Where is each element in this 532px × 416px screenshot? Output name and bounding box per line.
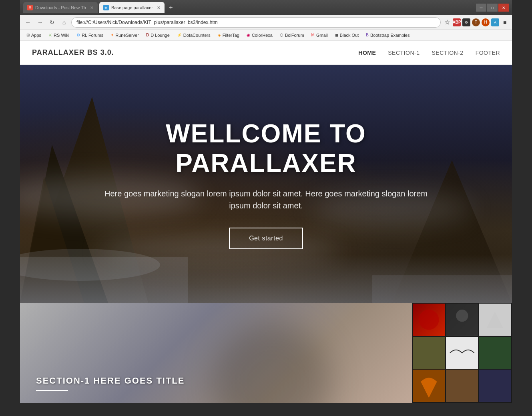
bookmark-label-bootstrap: Bootstrap Examples <box>370 33 410 38</box>
address-bar[interactable] <box>71 17 441 28</box>
ext-icon-2[interactable]: T <box>472 18 480 26</box>
tab-label-1: Downloads - Post New Th <box>35 5 86 10</box>
bookmark-icon-rlforums: ⚙ <box>76 33 80 37</box>
bookmark-apps[interactable]: ⊞ Apps <box>23 31 44 40</box>
bookmark-gmail[interactable]: M Gmail <box>308 31 331 40</box>
refresh-button[interactable]: ↻ <box>47 18 57 27</box>
hero-content: WELLCOME TO PARALLAXER Here goes marketi… <box>86 119 446 249</box>
minimize-button[interactable]: ─ <box>476 4 486 12</box>
title-bar: ✕ Downloads - Post New Th ✕ ◈ Base page … <box>20 0 512 15</box>
grid-cell-2 <box>446 304 478 336</box>
site-nav-links: HOME SECTION-1 SECTION-2 FOOTER <box>358 50 500 56</box>
bookmark-bootstrap[interactable]: B Bootstrap Examples <box>363 31 413 40</box>
fog-overlay <box>20 255 512 303</box>
nav-link-home[interactable]: HOME <box>358 50 376 56</box>
hero-section: WELLCOME TO PARALLAXER Here goes marketi… <box>20 65 512 303</box>
bookmark-star-icon[interactable]: ☆ <box>443 18 451 26</box>
bookmark-blackout[interactable]: ◼ Black Out <box>332 31 362 40</box>
grid-cell-5 <box>446 337 478 369</box>
section-1-image-grid <box>412 303 512 403</box>
grid-cell-1 <box>413 304 445 336</box>
bookmark-runeserver[interactable]: ✦ RuneServer <box>107 31 142 40</box>
site-navbar: PARALLAXER BS 3.0. HOME SECTION-1 SECTIO… <box>20 41 512 65</box>
grid-cell-4 <box>413 337 445 369</box>
window-controls: ─ □ ✕ <box>476 4 509 12</box>
new-tab-button[interactable]: + <box>166 3 176 12</box>
tab-base-page-parallaxer[interactable]: ◈ Base page parallaxer ✕ <box>99 2 165 13</box>
menu-icon[interactable]: ≡ <box>501 18 509 26</box>
adblock-icon[interactable]: ABP <box>453 18 461 26</box>
tab-downloads-post[interactable]: ✕ Downloads - Post New Th ✕ <box>23 2 98 13</box>
bookmark-icon-bolforum: ⬡ <box>280 33 283 37</box>
tab-close-1[interactable]: ✕ <box>90 5 94 10</box>
bookmark-bolforum[interactable]: ⬡ BolForum <box>277 31 307 40</box>
bookmark-label-dotacounters: DotaCounters <box>183 33 211 38</box>
bookmark-label-gmail: Gmail <box>316 33 328 38</box>
nav-link-section2[interactable]: SECTION-2 <box>432 50 463 56</box>
hero-title: WELLCOME TO PARALLAXER <box>102 119 430 178</box>
bookmarks-bar: ⊞ Apps ⚔ RS Wiki ⚙ RL Forums ✦ RuneServe… <box>20 30 512 41</box>
grid-cell-8 <box>446 370 478 402</box>
bookmark-rlforums[interactable]: ⚙ RL Forums <box>73 31 106 40</box>
bookmark-icon-apps: ⊞ <box>26 33 30 37</box>
tab-icon-1: ✕ <box>27 5 33 10</box>
section-1-left: SECTION-1 HERE GOES TITLE <box>20 303 412 403</box>
bookmark-label-filtertag: FilterTag <box>223 33 239 38</box>
bookmark-icon-dotacounters: ⚡ <box>177 33 182 37</box>
bookmark-label-blackout: Black Out <box>340 33 359 38</box>
bookmark-label-bolforum: BolForum <box>285 33 304 38</box>
svg-rect-16 <box>446 370 478 402</box>
bookmark-dlounge[interactable]: D D Lounge <box>143 31 173 40</box>
nav-icons: ☆ ABP ⚙ T H A ≡ <box>443 18 509 26</box>
grid-cell-9 <box>479 370 511 402</box>
hero-subtitle: Here goes marketing slogan lorem ipsum d… <box>102 188 430 212</box>
ext-icon-4[interactable]: A <box>491 18 499 26</box>
grid-cell-6 <box>479 337 511 369</box>
tab-close-2[interactable]: ✕ <box>157 5 161 10</box>
nav-bar: ← → ↻ ⌂ ☆ ABP ⚙ T H A ≡ <box>20 15 512 30</box>
section-1-divider <box>36 390 68 391</box>
get-started-button[interactable]: Get started <box>229 228 303 249</box>
bookmark-icon-dlounge: D <box>146 33 149 37</box>
bookmark-icon-filtertag: ◈ <box>218 33 221 37</box>
grid-cell-3 <box>479 304 511 336</box>
grid-cell-7 <box>413 370 445 402</box>
svg-rect-17 <box>479 370 511 402</box>
home-button[interactable]: ⌂ <box>59 18 69 27</box>
bookmark-colorhexa[interactable]: ◉ ColorHexa <box>243 31 276 40</box>
svg-point-8 <box>419 310 439 330</box>
bookmark-filtertag[interactable]: ◈ FilterTag <box>215 31 243 40</box>
tab-icon-2: ◈ <box>103 5 109 10</box>
bookmark-rswiki[interactable]: ⚔ RS Wiki <box>45 31 72 40</box>
bookmark-label-colorhexa: ColorHexa <box>252 33 273 38</box>
bookmark-icon-blackout: ◼ <box>335 33 338 37</box>
bookmark-dotacounters[interactable]: ⚡ DotaCounters <box>174 31 214 40</box>
nav-link-footer[interactable]: FOOTER <box>476 50 500 56</box>
bookmark-icon-bootstrap: B <box>366 33 369 37</box>
back-button[interactable]: ← <box>23 18 33 27</box>
nav-link-section1[interactable]: SECTION-1 <box>388 50 420 56</box>
bookmark-label-dlounge: D Lounge <box>151 33 170 38</box>
bookmark-label-apps: Apps <box>31 33 41 38</box>
bookmark-icon-runeserver: ✦ <box>110 33 114 37</box>
bookmark-label-rswiki: RS Wiki <box>54 33 69 38</box>
svg-point-10 <box>456 310 468 322</box>
webpage: PARALLAXER BS 3.0. HOME SECTION-1 SECTIO… <box>20 41 512 403</box>
site-brand: PARALLAXER BS 3.0. <box>32 48 358 57</box>
svg-rect-14 <box>479 337 511 369</box>
section-1: SECTION-1 HERE GOES TITLE <box>20 303 512 403</box>
ext-icon-3[interactable]: H <box>482 18 490 26</box>
close-button[interactable]: ✕ <box>498 4 509 12</box>
bookmark-label-runeserver: RuneServer <box>115 33 139 38</box>
ext-icon-1[interactable]: ⚙ <box>462 18 470 26</box>
bookmark-icon-rswiki: ⚔ <box>48 33 52 37</box>
bookmark-icon-gmail: M <box>311 33 315 37</box>
tab-label-2: Base page parallaxer <box>111 5 153 10</box>
forward-button[interactable]: → <box>35 18 45 27</box>
bookmark-label-rlforums: RL Forums <box>82 33 103 38</box>
section-1-circle-decoration <box>212 323 332 403</box>
svg-rect-12 <box>413 337 445 369</box>
bookmark-icon-colorhexa: ◉ <box>247 33 250 37</box>
maximize-button[interactable]: □ <box>487 4 498 12</box>
